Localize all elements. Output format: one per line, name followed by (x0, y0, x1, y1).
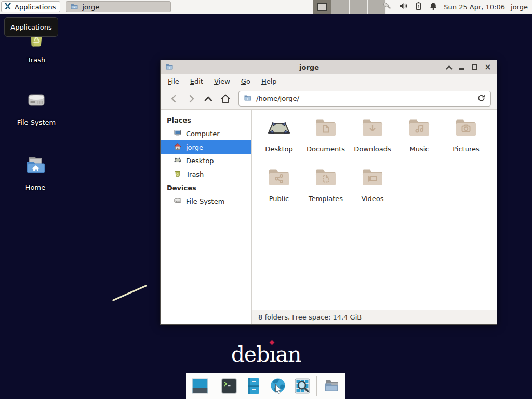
file-videos[interactable]: Videos (349, 166, 396, 216)
file-documents[interactable]: Documents (302, 116, 349, 166)
workspace-2[interactable] (331, 0, 350, 14)
up-button[interactable] (201, 91, 216, 107)
file-label: Documents (307, 145, 345, 153)
home-button[interactable] (218, 91, 233, 107)
applications-tooltip: Applications (4, 17, 58, 37)
sidebar-item-trash[interactable]: Trash (161, 167, 251, 181)
sidebar-item-filesystem[interactable]: File System (161, 194, 251, 208)
computer-icon (174, 129, 182, 139)
sidebar-item-desktop[interactable]: Desktop (161, 154, 251, 167)
shade-button[interactable] (445, 63, 453, 71)
desktop-icon-filesystem[interactable]: File System (10, 88, 62, 126)
workspace-3[interactable] (350, 0, 368, 14)
music-folder-icon (407, 116, 432, 142)
status-text: 8 folders, Free space: 14.4 GiB (258, 313, 362, 321)
hard-drive-icon (24, 88, 49, 115)
file-label: Desktop (265, 145, 293, 153)
close-button[interactable]: × (484, 63, 492, 71)
top-panel: Applications jorge Sun 25 Apr, 10:06 jor… (0, 0, 532, 14)
desktop-icon-label: File System (17, 118, 56, 126)
minimize-button[interactable] (458, 63, 466, 71)
app-finder-icon[interactable] (292, 376, 312, 396)
window-title: jorge (174, 63, 445, 71)
templates-folder-icon (313, 166, 338, 192)
applications-menu-label: Applications (15, 3, 56, 11)
clock[interactable]: Sun 25 Apr, 10:06 (444, 3, 505, 11)
web-browser-icon[interactable] (268, 376, 288, 396)
sidebar-item-label: jorge (186, 143, 203, 151)
desktop-icon-label: Trash (28, 56, 45, 64)
location-bar[interactable]: /home/jorge/ (238, 91, 491, 107)
file-cabinet-icon[interactable] (244, 376, 263, 396)
bottom-dock (186, 373, 345, 399)
file-label: Templates (309, 195, 343, 203)
file-music[interactable]: Music (396, 116, 443, 166)
sidebar: Places Computer jorge Desktop (161, 110, 252, 324)
file-downloads[interactable]: Downloads (349, 116, 396, 166)
menu-help[interactable]: Help (261, 77, 277, 85)
terminal-icon[interactable] (220, 376, 240, 396)
panel-handle[interactable] (62, 3, 64, 11)
pictures-folder-icon (454, 116, 478, 142)
desktop-icon (174, 156, 182, 166)
location-folder-icon (244, 94, 252, 103)
menu-go[interactable]: Go (241, 77, 250, 85)
toolbar: /home/jorge/ (161, 88, 497, 110)
file-templates[interactable]: Templates (302, 166, 349, 216)
forward-button[interactable] (183, 91, 199, 107)
file-label: Public (269, 195, 289, 203)
dock-separator (316, 376, 317, 396)
sidebar-item-jorge[interactable]: jorge (161, 140, 251, 154)
file-label: Music (410, 145, 429, 153)
home-icon (174, 142, 182, 152)
reload-icon[interactable] (477, 94, 486, 104)
statusbar: 8 folders, Free space: 14.4 GiB (252, 310, 497, 324)
file-manager-window: jorge × File Edit View Go Help (160, 60, 497, 325)
file-label: Pictures (453, 145, 479, 153)
tooltip-text: Applications (10, 23, 51, 31)
documents-folder-icon (313, 116, 338, 142)
file-desktop[interactable]: Desktop (256, 116, 302, 166)
taskbar-window-label: jorge (82, 3, 99, 11)
trash-small-icon (174, 169, 182, 179)
back-button[interactable] (166, 91, 182, 107)
stray-line-artifact (110, 282, 150, 306)
battery-charging-icon[interactable] (414, 1, 423, 12)
downloads-folder-icon (360, 116, 385, 142)
maximize-button[interactable] (471, 63, 479, 71)
menu-edit[interactable]: Edit (190, 77, 203, 85)
sidebar-header-devices: Devices (161, 181, 251, 194)
menubar: File Edit View Go Help (161, 74, 497, 88)
sidebar-header-places: Places (161, 113, 251, 127)
notifications-bell-icon[interactable] (429, 2, 438, 12)
sidebar-item-label: Desktop (186, 157, 214, 165)
file-public[interactable]: Public (256, 166, 302, 216)
taskbar-window-button[interactable]: jorge (66, 1, 171, 12)
menu-file[interactable]: File (168, 77, 179, 85)
sidebar-item-label: Trash (186, 170, 204, 178)
applications-menu-button[interactable]: Applications (1, 1, 60, 12)
folder-icon[interactable] (322, 376, 341, 396)
tool-icon[interactable] (382, 1, 393, 13)
location-path[interactable]: /home/jorge/ (256, 95, 473, 102)
workspace-window-preview (317, 3, 327, 11)
show-desktop-icon[interactable] (190, 376, 210, 396)
file-grid: Desktop Documents Downloads (252, 110, 497, 310)
file-pictures[interactable]: Pictures (443, 116, 489, 166)
sidebar-item-computer[interactable]: Computer (161, 127, 251, 140)
debian-logo-text: debıan (231, 342, 301, 367)
desktop-icon-home[interactable]: Home (9, 153, 61, 191)
menu-view[interactable]: View (214, 77, 230, 85)
debian-logo: debıan (0, 342, 532, 367)
volume-icon[interactable] (398, 1, 408, 12)
workspace-1[interactable] (313, 0, 331, 14)
window-titlebar[interactable]: jorge × (161, 60, 497, 74)
home-folder-icon (23, 153, 48, 180)
username[interactable]: jorge (511, 3, 528, 11)
file-label: Downloads (354, 145, 391, 153)
drive-icon (174, 196, 182, 206)
window-icon-folder (165, 62, 174, 72)
workspace-switcher (313, 0, 386, 14)
videos-folder-icon (360, 166, 385, 192)
desktop-special-icon (267, 116, 291, 142)
